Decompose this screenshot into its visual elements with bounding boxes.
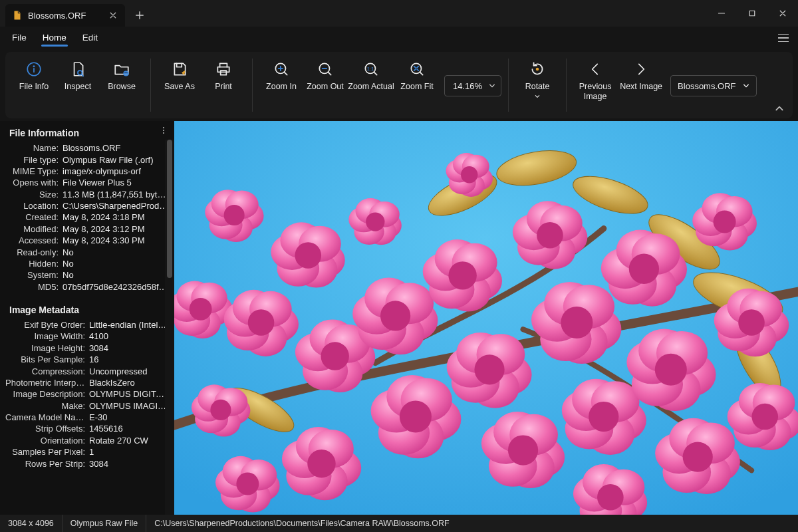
ribbon-group-rotate: Rotate bbox=[509, 52, 566, 118]
chevron-right-icon bbox=[632, 60, 650, 78]
sidebar-scrollbar[interactable] bbox=[165, 140, 174, 515]
metadata-list: Exif Byte Order:Little-endian (Intel…Ima… bbox=[0, 319, 174, 469]
info-value: OLYMPUS IMAGI… bbox=[89, 401, 169, 411]
info-row: Accessed:May 8, 2024 3:30 PM bbox=[0, 235, 174, 246]
svg-point-37 bbox=[190, 298, 212, 321]
svg-point-86 bbox=[400, 400, 432, 432]
maximize-button[interactable] bbox=[737, 0, 767, 27]
info-key: Image Width: bbox=[5, 331, 89, 341]
info-value: E-30 bbox=[89, 412, 169, 422]
info-key: Modified: bbox=[5, 224, 63, 234]
ribbon-toolbar: File Info Inspect Browse Save As Print bbox=[5, 52, 793, 118]
info-key: Orientation: bbox=[5, 436, 89, 446]
scrollbar-thumb[interactable] bbox=[167, 140, 172, 278]
info-row: Orientation:Rotate 270 CW bbox=[0, 435, 174, 446]
info-key: Hidden: bbox=[5, 259, 63, 269]
info-row: Read-only:No bbox=[0, 246, 174, 257]
info-key: Image Height: bbox=[5, 343, 89, 353]
zoom-level-dropdown[interactable]: 14.16% bbox=[444, 75, 501, 96]
status-path: C:\Users\SharpenedProductions\Documents\… bbox=[146, 515, 457, 532]
minimize-button[interactable] bbox=[706, 0, 737, 27]
close-window-button[interactable] bbox=[767, 0, 798, 27]
print-button[interactable]: Print bbox=[201, 56, 245, 91]
previous-image-label-2: Image bbox=[584, 92, 607, 101]
info-value: 3084 bbox=[89, 343, 169, 353]
ribbon-group-zoom: Zoom In Zoom Out 1:1 Zoom Actual Zoom Fi… bbox=[253, 52, 508, 118]
svg-rect-0 bbox=[749, 11, 755, 16]
info-value: May 8, 2024 3:12 PM bbox=[63, 224, 169, 234]
svg-point-100 bbox=[448, 261, 476, 289]
chevron-down-icon bbox=[534, 92, 541, 101]
file-icon bbox=[12, 10, 23, 21]
svg-rect-5 bbox=[217, 67, 229, 72]
file-info-button[interactable]: File Info bbox=[12, 56, 56, 91]
svg-point-15 bbox=[163, 132, 164, 134]
info-key: System: bbox=[5, 270, 63, 280]
zoom-actual-label: Zoom Actual bbox=[348, 82, 394, 91]
document-tab[interactable]: Blossoms.ORF bbox=[5, 4, 125, 27]
inspect-button[interactable]: Inspect bbox=[56, 56, 100, 91]
tab-label: Blossoms.ORF bbox=[28, 11, 86, 21]
info-value: 1 bbox=[89, 447, 169, 457]
image-viewport[interactable] bbox=[174, 121, 798, 515]
zoom-fit-button[interactable]: Zoom Fit bbox=[395, 56, 439, 91]
info-row: Image Height:3084 bbox=[0, 342, 174, 354]
status-dimensions: 3084 x 4096 bbox=[0, 515, 63, 532]
info-value: Little-endian (Intel… bbox=[89, 320, 169, 330]
new-tab-button[interactable] bbox=[129, 5, 150, 26]
svg-point-12 bbox=[537, 68, 539, 70]
svg-point-51 bbox=[210, 400, 231, 420]
info-value: C:\Users\SharpenedProdu… bbox=[63, 201, 169, 211]
menu-file[interactable]: File bbox=[5, 29, 33, 48]
next-image-label: Next Image bbox=[620, 82, 662, 91]
info-key: File type: bbox=[5, 155, 63, 165]
info-row: Created:May 8, 2024 3:18 PM bbox=[0, 211, 174, 223]
window-controls bbox=[706, 0, 798, 27]
info-value: Blossoms.ORF bbox=[63, 143, 169, 153]
info-value: Rotate 270 CW bbox=[89, 436, 169, 446]
tab-close-button[interactable] bbox=[106, 9, 120, 22]
collapse-ribbon-button[interactable] bbox=[773, 102, 786, 114]
menu-edit[interactable]: Edit bbox=[76, 29, 104, 48]
svg-point-44 bbox=[248, 309, 275, 336]
info-key: Photometric Interpreta… bbox=[5, 378, 89, 388]
zoom-level-value: 14.16% bbox=[453, 81, 482, 91]
previous-image-button[interactable]: Previous Image bbox=[573, 56, 617, 102]
info-key: Name: bbox=[5, 143, 63, 153]
svg-point-163 bbox=[714, 211, 736, 233]
svg-point-72 bbox=[366, 212, 384, 231]
info-value: May 8, 2024 3:18 PM bbox=[63, 212, 169, 222]
image-selector-dropdown[interactable]: Blossoms.ORF bbox=[670, 75, 757, 96]
info-key: Samples Per Pixel: bbox=[5, 447, 89, 457]
more-menu-button[interactable] bbox=[774, 29, 793, 47]
zoom-out-icon bbox=[316, 60, 334, 78]
info-row: Bits Per Sample:16 bbox=[0, 354, 174, 365]
browse-button[interactable]: Browse bbox=[100, 56, 144, 91]
info-value: Olympus Raw File (.orf) bbox=[63, 155, 169, 165]
ribbon-group-nav: Previous Image Next Image Blossoms.ORF bbox=[567, 52, 763, 118]
info-row: Exif Byte Order:Little-endian (Intel… bbox=[0, 319, 174, 331]
menu-home[interactable]: Home bbox=[36, 29, 73, 48]
sidebar-options-button[interactable] bbox=[157, 124, 170, 137]
zoom-in-icon bbox=[272, 60, 291, 78]
svg-point-114 bbox=[508, 435, 538, 465]
svg-point-121 bbox=[537, 222, 563, 249]
svg-point-2 bbox=[33, 66, 34, 66]
status-bar: 3084 x 4096 Olympus Raw File C:\Users\Sh… bbox=[0, 515, 798, 532]
file-info-panel-title: File Information bbox=[0, 121, 174, 142]
image-selector-value: Blossoms.ORF bbox=[678, 81, 735, 91]
info-value: File Viewer Plus 5 bbox=[63, 178, 169, 188]
info-row: MIME Type:image/x-olympus-orf bbox=[0, 166, 174, 177]
svg-point-135 bbox=[589, 402, 618, 432]
rotate-button[interactable]: Rotate bbox=[515, 56, 559, 102]
zoom-in-label: Zoom In bbox=[266, 82, 297, 91]
zoom-actual-button[interactable]: 1:1 Zoom Actual bbox=[347, 56, 395, 91]
info-value: Uncompressed bbox=[89, 366, 169, 376]
zoom-in-button[interactable]: Zoom In bbox=[259, 56, 303, 91]
save-as-button[interactable]: Save As bbox=[158, 56, 201, 91]
info-key: Read-only: bbox=[5, 247, 63, 257]
info-row: Camera Model Name:E-30 bbox=[0, 412, 174, 423]
info-row: Strip Offsets:1455616 bbox=[0, 423, 174, 434]
zoom-out-button[interactable]: Zoom Out bbox=[303, 56, 347, 91]
next-image-button[interactable]: Next Image bbox=[617, 56, 665, 91]
